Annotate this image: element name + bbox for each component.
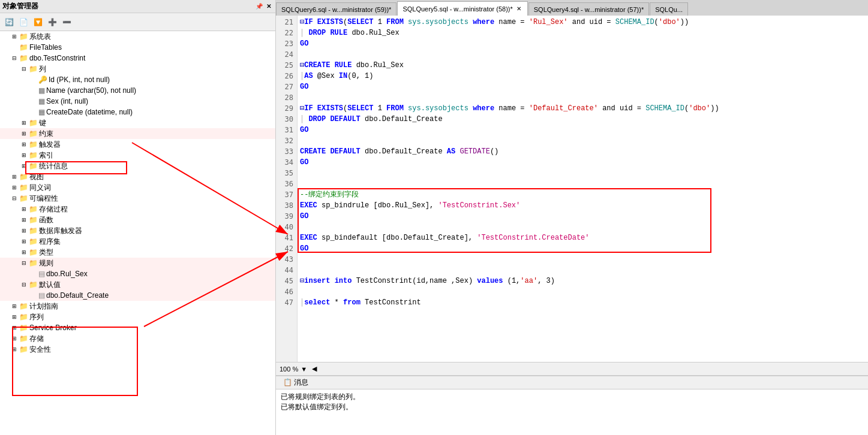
tree-node-guize-rul-sex[interactable]: ▤ dbo.Rul_Sex [0,268,275,279]
linenum-44: 44 [276,265,297,276]
expand-servicebroker[interactable]: ⊞ [10,323,19,333]
folder-icon-chufaqi: 📁 [29,140,38,149]
tree-node-chufaqi[interactable]: ⊞ 📁 触发器 [0,139,275,150]
expand-tongyici[interactable]: ⊞ [10,183,19,192]
left-panel: 对象管理器 📌 ✕ 🔄 📄 🔽 ➕ ➖ [0,0,276,435]
tree-node-tongyici[interactable]: ⊞ 📁 同义词 [0,182,275,193]
tree-node-xulie[interactable]: ⊞ 📁 序列 [0,312,275,322]
code-line-25: ⊟CREATE RULE dbo.Rul_Sex [300,60,866,71]
label-xulie: 序列 [29,312,44,322]
linenum-38: 38 [276,200,297,211]
main-container: 对象管理器 📌 ✕ 🔄 📄 🔽 ➕ ➖ [0,0,868,435]
pin-icon[interactable]: 📌 [255,2,263,11]
code-area[interactable]: ⊟IF EXISTS(SELECT 1 FROM sys.sysobjects … [298,16,868,362]
no-expand-col-name [29,86,38,95]
folder-icon-tongyici: 📁 [19,183,28,192]
tree-node-kebianchengxing[interactable]: ⊟ 📁 可编程性 [0,193,275,204]
expand-cunchugc[interactable]: ⊞ [19,204,29,214]
tab-sqlquery6[interactable]: SQLQuery6.sql - w...ministrator (59))* [276,2,397,16]
filter-btn[interactable]: 🔽 [31,16,44,29]
tree-node-col-sex[interactable]: ▦ Sex (int, null) [0,96,275,107]
tree-node-filetables[interactable]: 📁 FileTables [0,42,275,53]
tab-label-sqlqu: SQLQu... [655,6,683,13]
tree-node-col-id[interactable]: 🔑 Id (PK, int, not null) [0,74,275,85]
label-shitu: 视图 [29,172,44,182]
no-expand-rul-sex [29,269,38,279]
expand-tongji[interactable]: ⊞ [19,161,29,171]
expand-lie[interactable]: ⊟ [19,64,29,74]
refresh-btn[interactable]: 🔄 [2,16,16,29]
expand-suoyin[interactable]: ⊞ [19,150,29,160]
tab-sqlqu[interactable]: SQLQu... [650,2,688,16]
expand-dbchufaqi[interactable]: ⊞ [19,226,29,235]
tree-node-col-name[interactable]: ▦ Name (varchar(50), not null) [0,85,275,96]
zoom-value: 100 % [280,365,298,373]
linenum-46: 46 [276,286,297,297]
tree-node-jian[interactable]: ⊞ 📁 键 [0,117,275,128]
tab-close-sqlquery5[interactable]: ✕ [515,5,522,13]
msg-content: 已将规则绑定到表的列。 已将默认值绑定到列。 [276,389,868,435]
tree-node-guize-folder[interactable]: ⊟ 📁 规则 [0,258,275,268]
tree-node-dbo-testconstrint[interactable]: ⊟ 📁 dbo.TestConstrint [0,53,275,64]
msg-tab[interactable]: 📋 消息 [278,376,313,389]
tree-node-lie[interactable]: ⊟ 📁 列 [0,64,275,74]
expand-jian[interactable]: ⊞ [19,118,29,128]
collapse-btn[interactable]: ➖ [60,16,73,29]
tree-node-yueshu[interactable]: ⊞ 📁 约束 [0,128,275,139]
tree-node-hanshu[interactable]: ⊞ 📁 函数 [0,215,275,225]
tab-sqlquery5[interactable]: SQLQuery5.sql - w...ministrator (58))* ✕ [397,1,527,16]
tree-node-dbchufaqi[interactable]: ⊞ 📁 数据库触发器 [0,225,275,236]
expand-shitu[interactable]: ⊞ [10,172,19,182]
new-btn[interactable]: 📄 [17,16,30,29]
tree-node-suoyin[interactable]: ⊞ 📁 索引 [0,150,275,161]
expand-chufaqi[interactable]: ⊞ [19,140,29,149]
folder-icon-morenzhi: 📁 [29,280,38,289]
col-icon-sex: ▦ [38,97,45,105]
expand-hanshu[interactable]: ⊞ [19,215,29,225]
tree-node-shitu[interactable]: ⊞ 📁 视图 [0,171,275,182]
tree-scroll-area[interactable]: ⊞ 📁 系统表 📁 FileTables ⊟ 📁 dbo.TestConstri… [0,31,275,435]
linenum-27: 27 [276,81,297,92]
tree-node-jihuazhinan[interactable]: ⊞ 📁 计划指南 [0,301,275,312]
col-icon-createdate: ▦ [38,108,45,116]
expand-cunchu[interactable]: ⊞ [10,334,19,343]
tree-node-anquanxing[interactable]: ⊞ 📁 安全性 [0,344,275,355]
code-line-43 [300,254,866,265]
tree-node-servicebroker[interactable]: ⊞ 📁 Service Broker [0,322,275,333]
expand-morenzhi[interactable]: ⊟ [19,280,29,289]
tree-node-systable[interactable]: ⊞ 📁 系统表 [0,31,275,42]
expand-btn[interactable]: ➕ [46,16,59,29]
folder-icon-kebianchengxing: 📁 [19,194,28,203]
tree-node-leixing[interactable]: ⊞ 📁 类型 [0,247,275,258]
expand-chengxuji[interactable]: ⊞ [19,237,29,246]
left-panel-header: 对象管理器 📌 ✕ [0,0,275,13]
tab-sqlquery4[interactable]: SQLQuery4.sql - w...ministrator (57))* [528,2,649,16]
expand-guize[interactable]: ⊟ [19,258,29,268]
expand-yueshu[interactable]: ⊞ [19,129,29,138]
expand-kebianchengxing[interactable]: ⊟ [10,194,19,203]
expand-filetables[interactable] [10,43,19,52]
expand-dbo-testconstrint[interactable]: ⊟ [10,53,19,63]
close-panel-btn[interactable]: ✕ [265,2,273,11]
expand-leixing[interactable]: ⊞ [19,247,29,257]
tabs-bar: SQLQuery6.sql - w...ministrator (59))* S… [276,0,868,16]
expand-xulie[interactable]: ⊞ [10,312,19,322]
folder-icon-dbchufaqi: 📁 [29,226,38,235]
folder-icon-xulie: 📁 [19,313,28,321]
expand-anquanxing[interactable]: ⊞ [10,345,19,354]
tree-node-chengxuji[interactable]: ⊞ 📁 程序集 [0,236,275,247]
label-filetables: FileTables [29,43,62,52]
tree-node-cunchu[interactable]: ⊞ 📁 存储 [0,333,275,344]
zoom-dropdown-icon[interactable]: ▼ [301,365,307,373]
expand-systable[interactable]: ⊞ [10,32,19,41]
code-line-26: │AS @Sex IN(0, 1) [300,71,866,81]
tree-node-col-createdate[interactable]: ▦ CreateDate (datetime, null) [0,107,275,117]
label-rul-sex: dbo.Rul_Sex [46,270,88,278]
tree-node-morenzhi-default[interactable]: ▤ dbo.Default_Create [0,290,275,301]
tree-node-cunchugc[interactable]: ⊞ 📁 存储过程 [0,204,275,215]
tree-node-tongji[interactable]: ⊞ 📁 统计信息 [0,161,275,171]
folder-icon-anquanxing: 📁 [19,345,28,354]
expand-jihuazhinan[interactable]: ⊞ [10,301,19,311]
tree-node-morenzhi[interactable]: ⊟ 📁 默认值 [0,279,275,290]
tab-label-sqlquery4: SQLQuery4.sql - w...ministrator (57))* [534,6,644,13]
